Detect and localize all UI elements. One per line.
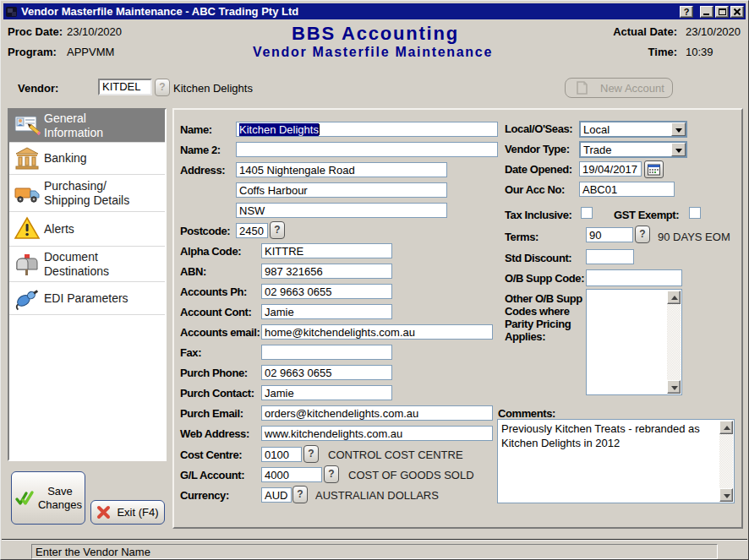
scroll-up-icon[interactable] — [667, 291, 681, 304]
postcode-lookup-button[interactable]: ? — [270, 221, 285, 239]
currency-desc: AUSTRALIAN DOLLARS — [315, 489, 439, 502]
scroll-down-icon[interactable] — [667, 380, 681, 394]
sidebar-item-banking[interactable]: Banking — [9, 143, 165, 175]
new-account-label: New Account — [600, 82, 664, 95]
terms-label: Terms: — [505, 231, 539, 243]
gst-exempt-label: GST Exempt: — [614, 209, 679, 221]
accounts-ph-label: Accounts Ph: — [180, 285, 247, 298]
time-label: Time: — [648, 46, 677, 58]
postcode-input[interactable]: 2450 — [236, 223, 268, 238]
currency-label: Currency: — [180, 489, 229, 502]
ob-supp-code-input[interactable] — [586, 269, 682, 286]
exit-label: Exit (F4) — [117, 506, 158, 519]
app-window: Vendor Masterfile Maintenance - ABC Trad… — [0, 0, 749, 560]
comments-textarea[interactable]: Previously Kitchen Treats - rebranded as… — [497, 419, 735, 503]
sidebar-item-label: General Information — [44, 111, 103, 140]
dropdown-arrow-icon[interactable] — [671, 143, 686, 156]
accounts-ph-input[interactable]: 02 9663 0655 — [261, 284, 392, 299]
vendor-code-input[interactable]: KITDEL — [98, 79, 152, 95]
address-line2-input[interactable]: Coffs Harbour — [236, 182, 447, 198]
tax-inclusive-label: Tax Inclusive: — [505, 209, 571, 221]
vendor-lookup-button[interactable]: ? — [155, 79, 170, 96]
std-discount-input[interactable] — [586, 249, 634, 264]
sidebar-item-label: Purchasing/ Shipping Details — [44, 179, 129, 208]
exit-x-icon — [96, 505, 111, 519]
sidebar-item-general-information[interactable]: General Information — [9, 110, 165, 143]
sidebar-item-purchasing-shipping[interactable]: Purchasing/ Shipping Details — [9, 175, 165, 212]
time-value: 10:39 — [686, 46, 713, 58]
local-oseas-select[interactable]: Local — [579, 121, 687, 138]
address-label: Address: — [180, 164, 225, 177]
sidebar-item-alerts[interactable]: Alerts — [9, 212, 165, 247]
purch-phone-input[interactable]: 02 9663 0655 — [261, 365, 392, 380]
gl-account-input[interactable]: 4000 — [261, 467, 322, 482]
abn-label: ABN: — [180, 265, 206, 278]
sidebar-item-label: Document Destinations — [44, 250, 109, 279]
name-input[interactable]: Kitchen Delights — [236, 122, 498, 137]
tax-inclusive-checkbox[interactable] — [581, 207, 593, 219]
vendor-type-select[interactable]: Trade — [579, 141, 687, 158]
dropdown-arrow-icon[interactable] — [671, 122, 686, 136]
general-information-form: Name: Kitchen Delights Name 2: Address: … — [172, 108, 743, 529]
scrollbar[interactable] — [719, 421, 733, 502]
name2-input[interactable] — [236, 142, 498, 157]
save-changes-button[interactable]: Save Changes — [11, 471, 85, 525]
date-picker-button[interactable] — [644, 160, 664, 178]
purch-phone-label: Purch Phone: — [180, 367, 248, 379]
gl-account-lookup-button[interactable]: ? — [324, 465, 339, 483]
name2-label: Name 2: — [180, 144, 221, 156]
minimize-button[interactable] — [700, 6, 713, 18]
sidebar-item-label: Banking — [44, 151, 87, 166]
fax-label: Fax: — [180, 346, 201, 359]
address-line1-input[interactable]: 1405 Nightengale Road — [236, 162, 447, 177]
other-ob-supp-textarea[interactable] — [586, 289, 682, 395]
actual-date-label: Actual Date: — [613, 25, 677, 38]
web-address-input[interactable]: www.kitchendelights.com.au — [261, 426, 493, 441]
help-button[interactable]: ? — [680, 6, 693, 18]
mailbox-icon — [14, 251, 41, 278]
calendar-icon — [648, 164, 660, 176]
terms-lookup-button[interactable]: ? — [635, 226, 650, 243]
accounts-email-input[interactable]: home@kitchendelights.com.au — [261, 324, 493, 340]
address-line3-input[interactable]: NSW — [236, 203, 447, 218]
close-button[interactable] — [730, 6, 744, 18]
local-oseas-label: Local/O'Seas: — [505, 122, 572, 135]
vendor-type-label: Vendor Type: — [505, 143, 570, 155]
account-cont-input[interactable]: Jamie — [261, 304, 392, 319]
sidebar: General Information Banking — [8, 108, 167, 461]
cost-centre-lookup-button[interactable]: ? — [303, 445, 319, 463]
scroll-up-icon[interactable] — [719, 421, 733, 434]
scrollbar[interactable] — [667, 291, 681, 394]
alpha-code-input[interactable]: KITTRE — [261, 243, 392, 258]
date-opened-input[interactable]: 19/04/2017 — [579, 161, 642, 177]
fax-input[interactable] — [261, 345, 392, 360]
id-card-edit-icon — [14, 112, 41, 139]
cost-centre-input[interactable]: 0100 — [261, 447, 302, 462]
other-ob-supp-label: Other O/B Supp Codes where Parity Pricin… — [505, 292, 582, 343]
our-acc-no-input[interactable]: ABC01 — [579, 182, 675, 197]
purch-contact-label: Purch Contact: — [180, 387, 254, 400]
our-acc-no-label: Our Acc No: — [505, 183, 565, 196]
accounts-email-label: Accounts email: — [180, 326, 260, 339]
abn-input[interactable]: 987 321656 — [261, 264, 392, 279]
app-icon — [5, 5, 19, 19]
exit-button[interactable]: Exit (F4) — [90, 500, 165, 525]
vendor-name-text: Kitchen Delights — [173, 82, 253, 95]
purch-email-input[interactable]: orders@kitchendelights.com.au — [261, 405, 493, 421]
gst-exempt-checkbox[interactable] — [689, 207, 701, 219]
std-discount-label: Std Discount: — [505, 252, 571, 264]
status-bar: Enter the Vendor Name — [31, 544, 718, 559]
sidebar-item-document-destinations[interactable]: Document Destinations — [9, 247, 165, 282]
account-cont-label: Account Cont: — [180, 306, 251, 318]
scroll-down-icon[interactable] — [719, 488, 733, 502]
currency-input[interactable]: AUD — [261, 487, 292, 503]
title-bar: Vendor Masterfile Maintenance - ABC Trad… — [3, 3, 746, 19]
sidebar-item-edi-parameters[interactable]: EDI Parameters — [9, 282, 165, 315]
actual-date-value: 23/10/2020 — [686, 25, 741, 38]
terms-input[interactable]: 90 — [586, 227, 633, 242]
maximize-button[interactable] — [715, 6, 729, 18]
purch-contact-input[interactable]: Jamie — [261, 385, 392, 400]
new-account-button[interactable]: New Account — [565, 78, 673, 98]
currency-lookup-button[interactable]: ? — [292, 486, 308, 503]
screen-title: Vendor Masterfile Maintenance — [1, 45, 745, 60]
